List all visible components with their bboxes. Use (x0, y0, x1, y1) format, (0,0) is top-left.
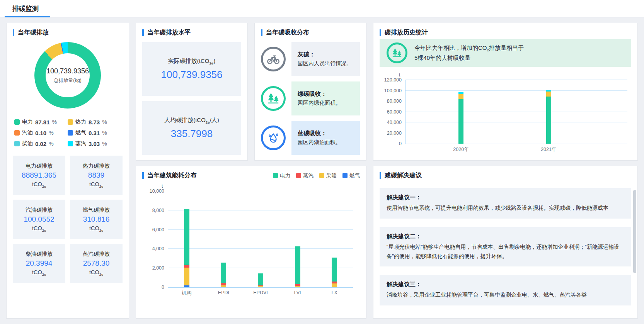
stat-unit: tCO2e (32, 225, 46, 232)
panel-title-row: 当年建筑能耗分布 电力 蒸汽 采暖 燃气 (142, 171, 360, 180)
emission-donut-chart: 100,739.9356 总排放量(kg) (34, 42, 101, 109)
bar-segment-采暖 (221, 285, 226, 287)
absorption-card: 灰碳： 园区内人员出行情况。 (291, 42, 360, 76)
legend-percent: % (49, 141, 53, 147)
legend-label: 燃气 (75, 129, 86, 136)
history-banner: 今年比去年相比，增加的CO2排放量相当于 5棵40年的大树吸收量 (380, 39, 631, 67)
x-axis-label: 机构 (182, 290, 191, 297)
gridline (405, 122, 627, 122)
banner-text: 今年比去年相比，增加的CO2排放量相当于 5棵40年的大树吸收量 (414, 43, 524, 63)
legend-swatch (14, 119, 20, 125)
legend-label: 热力 (75, 119, 86, 126)
bar-segment-采暖 (332, 283, 337, 287)
legend-value: 8.73 (89, 119, 100, 126)
scrollbar-thumb[interactable] (633, 190, 636, 273)
legend-label: 电力 (22, 119, 33, 126)
title-marker (380, 29, 381, 36)
tab-emission-monitor[interactable]: 排碳监测 (5, 0, 46, 17)
stat-unit: tCO2e (32, 181, 46, 188)
legend-percent: % (102, 130, 107, 136)
absorption-row-blue: 蓝碳吸收： 园区内湖泊面积。 (261, 121, 360, 155)
building-chart-legend: 电力 蒸汽 采暖 燃气 (273, 172, 360, 179)
suggestion-body: “屋顶光伏电站”能够生产电能自用，节省成本、出售剩余电能，还能增加企业利润；“新… (387, 243, 624, 261)
title-marker (142, 172, 144, 179)
x-axis-label: LX (332, 290, 337, 295)
panel-building-energy: 当年建筑能耗分布 电力 蒸汽 采暖 燃气 (136, 166, 366, 319)
y-axis-tick: 10,000 (150, 188, 164, 194)
stat-card-diesel: 柴油碳排放 20.3994 tCO2e (13, 244, 65, 283)
stat-value: 100.0552 (24, 215, 54, 224)
stat-unit: tCO2e (89, 269, 103, 277)
gridline (405, 90, 627, 91)
legend-swatch (296, 173, 301, 178)
bar-segment-热力 (546, 92, 551, 97)
stat-unit: tCO2e (32, 269, 46, 277)
absorption-row-gray: 灰碳： 园区内人员出行情况。 (261, 42, 360, 76)
tab-active-underline (5, 16, 50, 17)
total-emission-label: 总排放量(kg) (54, 77, 82, 84)
suggestion-body: 消峰填谷，采用企业工业耗能管理平台，可集中监测企业电、水、燃气、蒸汽等各类 (387, 290, 624, 300)
bar-segment-蒸汽 (221, 283, 226, 285)
bar-segment-电力 (258, 273, 263, 285)
legend-value: 3.03 (89, 141, 100, 147)
y-axis-tick: 40,000 (387, 120, 402, 125)
bar-segment-电力 (184, 209, 189, 265)
stat-value: 8839 (88, 171, 104, 180)
legend-percent: % (52, 119, 57, 125)
legend-swatch (319, 173, 324, 178)
legend-percent: % (49, 130, 53, 136)
tab-bar: 排碳监测 (0, 0, 644, 17)
panel-title: 当年碳排放 (18, 29, 49, 37)
legend-item: 热力 8.73 % (68, 119, 121, 126)
suggestion-card-1: 解决建议一： 使用智能节电系统，可提升电能利用的效果，减少线路及设备损耗。实现减… (380, 188, 631, 219)
bar-segment-电力 (295, 246, 300, 284)
legend-swatch (273, 173, 278, 178)
y-axis-tick: 0 (162, 285, 164, 290)
panel-title: 当年建筑能耗分布 (147, 171, 197, 180)
water-drop-icon (261, 126, 286, 150)
dashboard-grid: 当年碳排放 100,739.9356 总排放量(kg) 电力 87.81 % 热… (0, 17, 644, 324)
panel-absorption: 当年碳吸收分布 灰碳： 园区内人员出行情况。 (254, 23, 366, 161)
legend-value: 0.31 (89, 130, 100, 136)
gridline (405, 133, 627, 133)
legend-item: 柴油 0.02 % (14, 140, 68, 147)
gridline (405, 101, 627, 101)
legend-swatch (342, 173, 348, 178)
legend-label: 汽油 (22, 129, 33, 136)
x-axis-label: LVI (294, 290, 301, 295)
legend-item-heating[interactable]: 采暖 (319, 172, 337, 179)
bar-segment-蒸汽 (458, 92, 463, 94)
per-capita-emission-value: 335.7998 (171, 128, 213, 140)
legend-item-electricity[interactable]: 电力 (273, 172, 290, 179)
absorption-card: 绿碳吸收： 园区内绿化面积。 (291, 81, 360, 115)
y-axis-tick: 100,000 (384, 88, 402, 93)
actual-emission-value: 100,739.9356 (161, 69, 222, 81)
history-bar-chart: t 020,00040,00060,00080,000100,000120,00… (380, 72, 631, 154)
building-bar-chart: t 02,0004,0006,0008,00010,000机构EPDIEPDVI… (142, 183, 360, 299)
gridline (168, 191, 353, 191)
legend-percent: % (102, 141, 107, 147)
chart-plot-area: 02,0004,0006,0008,00010,000机构EPDIEPDVILV… (168, 191, 353, 288)
x-axis-label: EPDI (218, 290, 229, 295)
legend-item: 燃气 0.31 % (68, 129, 121, 136)
gridline (168, 210, 353, 210)
legend-label: 蒸汽 (75, 140, 86, 147)
panel-title-row: 当年碳排放 (13, 29, 123, 37)
bar-segment-蒸汽 (184, 265, 189, 268)
gridline (168, 268, 353, 268)
legend-item-gas[interactable]: 燃气 (342, 172, 360, 179)
legend-label: 柴油 (22, 140, 33, 147)
bar-segment-采暖 (184, 268, 189, 285)
absorption-row-green: 绿碳吸收： 园区内绿化面积。 (261, 81, 360, 115)
stat-unit: tCO2e (89, 181, 103, 188)
suggestion-body: 使用智能节电系统，可提升电能利用的效果，减少线路及设备损耗。实现减碳，降低能源成… (387, 204, 624, 213)
legend-value: 87.81 (35, 119, 50, 126)
suggestion-title: 解决建议二： (387, 233, 624, 240)
legend-item-steam[interactable]: 蒸汽 (296, 172, 313, 179)
y-axis-tick: 0 (399, 141, 402, 146)
stat-label: 热力碳排放 (83, 163, 110, 170)
title-marker (13, 29, 14, 36)
y-axis-tick: 60,000 (387, 109, 402, 115)
legend-item: 汽油 0.10 % (14, 129, 68, 136)
legend-label: 采暖 (326, 172, 337, 179)
